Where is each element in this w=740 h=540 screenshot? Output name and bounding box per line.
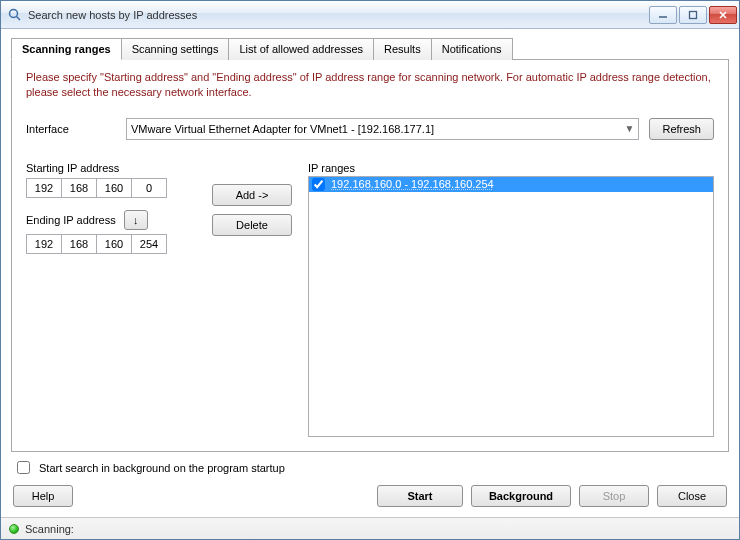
client-area: Scanning ranges Scanning settings List o… [1,29,739,517]
add-delete-column: Add -> Delete [212,162,292,437]
interface-combo[interactable]: VMware Virtual Ethernet Adapter for VMne… [126,118,639,140]
start-oct-1[interactable] [26,178,62,198]
app-window: Search new hosts by IP addresses Scannin… [0,0,740,540]
copy-down-button[interactable]: ↓ [124,210,148,230]
start-button[interactable]: Start [377,485,463,507]
arrow-down-icon: ↓ [133,214,139,226]
tab-allowed-addresses[interactable]: List of allowed addresses [228,38,374,60]
list-item[interactable]: 192.168.160.0 - 192.168.160.254 [309,177,713,192]
range-checkbox[interactable] [312,178,325,191]
svg-rect-3 [690,11,697,18]
ending-ip-input [26,234,196,254]
startup-label: Start search in background on the progra… [39,462,285,474]
tab-label: Scanning ranges [22,43,111,55]
instructions-text: Please specify "Starting address" and "E… [26,70,714,100]
svg-line-1 [17,16,21,20]
ip-column: Starting IP address Ending IP address ↓ [26,162,196,437]
startup-checkbox[interactable] [17,461,30,474]
tab-label: Notifications [442,43,502,55]
status-indicator-icon [9,524,19,534]
interface-value: VMware Virtual Ethernet Adapter for VMne… [131,123,434,135]
range-text: 192.168.160.0 - 192.168.160.254 [331,178,494,190]
maximize-button[interactable] [679,6,707,24]
tab-label: Scanning settings [132,43,219,55]
spacer [81,485,369,507]
titlebar: Search new hosts by IP addresses [1,1,739,29]
start-oct-4[interactable] [131,178,167,198]
minimize-button[interactable] [649,6,677,24]
tab-page-scanning-ranges: Please specify "Starting address" and "E… [11,59,729,452]
close-button[interactable]: Close [657,485,727,507]
status-text: Scanning: [25,523,74,535]
stop-button[interactable]: Stop [579,485,649,507]
refresh-button[interactable]: Refresh [649,118,714,140]
mid-grid: Starting IP address Ending IP address ↓ [26,162,714,437]
close-window-button[interactable] [709,6,737,24]
tab-scanning-settings[interactable]: Scanning settings [121,38,230,60]
tab-label: List of allowed addresses [239,43,363,55]
tab-scanning-ranges[interactable]: Scanning ranges [11,38,122,60]
background-button[interactable]: Background [471,485,571,507]
app-icon [7,7,23,23]
tab-strip: Scanning ranges Scanning settings List o… [11,37,729,59]
ending-ip-label: Ending IP address [26,214,116,226]
add-button[interactable]: Add -> [212,184,292,206]
action-row: Help Start Background Stop Close [11,485,729,511]
tab-label: Results [384,43,421,55]
end-oct-4[interactable] [131,234,167,254]
starting-ip-label: Starting IP address [26,162,196,174]
tab-results[interactable]: Results [373,38,432,60]
window-buttons [649,6,737,24]
starting-ip-input [26,178,196,198]
interface-row: Interface VMware Virtual Ethernet Adapte… [26,118,714,140]
start-oct-2[interactable] [61,178,97,198]
interface-label: Interface [26,123,116,135]
start-oct-3[interactable] [96,178,132,198]
status-bar: Scanning: [1,517,739,539]
tab-notifications[interactable]: Notifications [431,38,513,60]
end-oct-2[interactable] [61,234,97,254]
window-title: Search new hosts by IP addresses [28,9,649,21]
ip-ranges-label: IP ranges [308,162,714,174]
startup-row: Start search in background on the progra… [11,452,729,485]
delete-button[interactable]: Delete [212,214,292,236]
ip-ranges-wrap: IP ranges 192.168.160.0 - 192.168.160.25… [308,162,714,437]
help-button[interactable]: Help [13,485,73,507]
svg-point-0 [10,9,18,17]
end-oct-3[interactable] [96,234,132,254]
ip-ranges-listbox[interactable]: 192.168.160.0 - 192.168.160.254 [308,176,714,437]
end-oct-1[interactable] [26,234,62,254]
chevron-down-icon: ▼ [625,123,635,134]
